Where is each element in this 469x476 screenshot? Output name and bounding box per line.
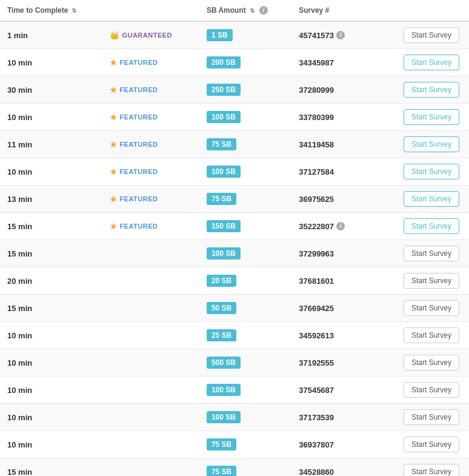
badge-cell [102, 377, 199, 404]
sb-sort-icon: ⇅ [250, 7, 254, 14]
sb-badge: 50 SB [207, 302, 236, 314]
badge-cell: ★ FEATURED [102, 104, 199, 131]
badge-cell [102, 267, 199, 295]
start-survey-button[interactable]: Start Survey [404, 136, 459, 152]
table-row: 10 min★ FEATURED100 SB33780399Start Surv… [0, 104, 469, 131]
action-header [381, 0, 469, 21]
sb-cell: 150 SB [199, 213, 291, 240]
start-survey-button[interactable]: Start Survey [404, 464, 459, 476]
start-survey-button[interactable]: Start Survey [404, 246, 459, 261]
time-header[interactable]: Time to Complete ⇅ [0, 0, 102, 21]
table-row: 15 min75 SB34528860Start Survey [0, 458, 469, 477]
survey-num-cell: 36937807 [291, 431, 380, 458]
time-cell: 10 min [0, 49, 102, 76]
start-survey-button[interactable]: Start Survey [404, 409, 459, 425]
sb-cell: 75 SB [199, 131, 291, 158]
survey-number: 37173539 [299, 413, 334, 422]
sb-badge: 100 SB [207, 111, 241, 123]
table-row: 11 min★ FEATURED75 SB34119458Start Surve… [0, 131, 469, 158]
start-survey-button[interactable]: Start Survey [404, 327, 459, 343]
start-survey-button[interactable]: Start Survey [404, 109, 459, 125]
start-survey-button[interactable]: Start Survey [404, 355, 459, 370]
sb-badge: 1 SB [207, 29, 233, 41]
sb-cell: 75 SB [199, 458, 291, 477]
sb-cell: 75 SB [199, 186, 291, 213]
start-survey-button[interactable]: Start Survey [404, 273, 459, 289]
sb-cell: 50 SB [199, 295, 291, 322]
badge-cell [102, 458, 199, 477]
survey-number: 34592613 [299, 331, 334, 340]
star-icon: ★ [110, 222, 118, 231]
time-cell: 11 min [0, 131, 102, 158]
star-icon: ★ [110, 113, 118, 122]
star-icon: ★ [110, 140, 118, 149]
sb-badge: 75 SB [207, 138, 236, 150]
featured-badge: ★ FEATURED [110, 167, 158, 176]
time-cell: 13 min [0, 186, 102, 213]
star-icon: ★ [110, 85, 118, 95]
start-survey-button[interactable]: Start Survey [404, 218, 459, 234]
table-header-row: Time to Complete ⇅ SB Amount ⇅ i Survey … [0, 0, 469, 21]
badge-cell [102, 322, 199, 349]
time-cell: 30 min [0, 76, 102, 104]
action-cell: Start Survey [381, 267, 469, 295]
survey-num-cell: 37173539 [291, 404, 380, 431]
sb-badge: 100 SB [207, 411, 241, 423]
time-cell: 10 min [0, 349, 102, 377]
table-row: 10 min500 SB37192555Start Survey [0, 349, 469, 377]
featured-badge: ★ FEATURED [110, 85, 158, 95]
survey-num-cell: 37681601 [291, 267, 380, 295]
table-row: 15 min100 SB37299963Start Survey [0, 240, 469, 267]
start-survey-button[interactable]: Start Survey [404, 55, 459, 70]
table-row: 10 min100 SB37173539Start Survey [0, 404, 469, 431]
survey-number: 37280999 [299, 85, 334, 95]
featured-badge: ★ FEATURED [110, 195, 158, 204]
sb-badge: 75 SB [207, 193, 236, 205]
sb-cell: 200 SB [199, 49, 291, 76]
sb-badge: 100 SB [207, 384, 241, 396]
survey-number: 37681601 [299, 277, 334, 286]
action-cell: Start Survey [381, 76, 469, 104]
survey-number: 36937807 [299, 440, 334, 449]
survey-num-cell: 33780399 [291, 104, 380, 131]
table-body: 1 min👑 GUARANTEED1 SB45741573 iStart Sur… [0, 21, 469, 476]
start-survey-button[interactable]: Start Survey [404, 437, 459, 452]
survey-num-cell: 37127584 [291, 158, 380, 186]
survey-number: 34119458 [299, 140, 334, 149]
start-survey-button[interactable]: Start Survey [404, 382, 459, 398]
badge-cell: 👑 GUARANTEED [102, 21, 199, 49]
survey-num-cell: 34528860 [291, 458, 380, 477]
start-survey-button[interactable]: Start Survey [404, 82, 459, 98]
badge-cell: ★ FEATURED [102, 213, 199, 240]
sb-cell: 100 SB [199, 104, 291, 131]
action-cell: Start Survey [381, 240, 469, 267]
time-cell: 15 min [0, 295, 102, 322]
sb-badge: 500 SB [207, 357, 241, 369]
survey-number: 35222807 i [299, 222, 345, 231]
sb-cell: 100 SB [199, 404, 291, 431]
survey-number: 37669425 [299, 304, 334, 313]
start-survey-button[interactable]: Start Survey [404, 300, 459, 316]
start-survey-button[interactable]: Start Survey [404, 27, 459, 43]
sb-cell: 25 SB [199, 322, 291, 349]
sb-amount-header[interactable]: SB Amount ⇅ i [199, 0, 291, 21]
survey-number: 33780399 [299, 113, 334, 122]
featured-badge: ★ FEATURED [110, 113, 158, 122]
action-cell: Start Survey [381, 377, 469, 404]
table-row: 1 min👑 GUARANTEED1 SB45741573 iStart Sur… [0, 21, 469, 49]
survey-info-icon[interactable]: i [336, 31, 345, 39]
survey-num-cell: 36975625 [291, 186, 380, 213]
action-cell: Start Survey [381, 104, 469, 131]
action-cell: Start Survey [381, 131, 469, 158]
sb-info-icon[interactable]: i [259, 6, 268, 15]
time-cell: 10 min [0, 158, 102, 186]
survey-table: Time to Complete ⇅ SB Amount ⇅ i Survey … [0, 0, 469, 476]
sb-cell: 1 SB [199, 21, 291, 49]
start-survey-button[interactable]: Start Survey [404, 164, 459, 179]
sb-badge: 20 SB [207, 275, 236, 287]
survey-info-icon[interactable]: i [336, 222, 345, 230]
sb-cell: 500 SB [199, 349, 291, 377]
start-survey-button[interactable]: Start Survey [404, 191, 459, 207]
sb-badge: 75 SB [207, 438, 236, 451]
table-row: 10 min100 SB37545687Start Survey [0, 377, 469, 404]
